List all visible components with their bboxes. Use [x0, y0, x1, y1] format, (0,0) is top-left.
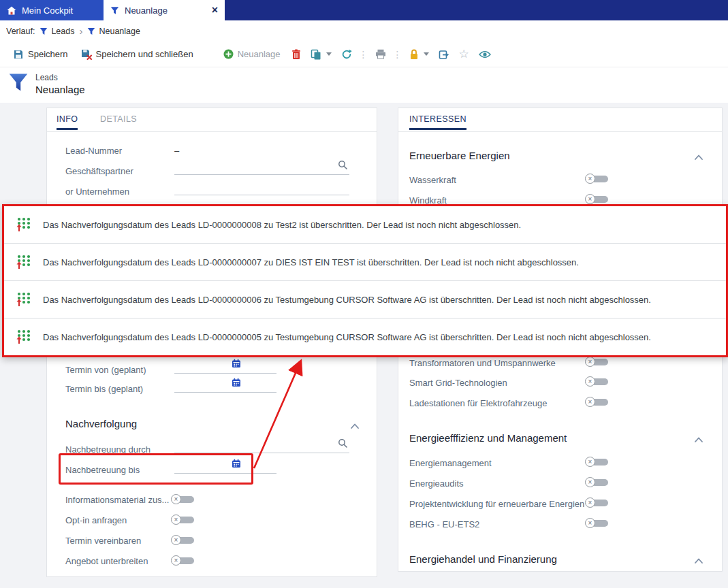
breadcrumb-current-label: Neuanlage [99, 27, 140, 36]
tab-interessen[interactable]: INTERESSEN [409, 114, 466, 130]
behg-toggle[interactable] [585, 518, 610, 529]
dropdown-caret-icon [326, 52, 332, 56]
appointment-toggle[interactable] [171, 535, 195, 546]
takeover-icon [439, 49, 449, 60]
followup-section-title: Nachverfolgung [65, 418, 137, 429]
partner-input[interactable] [174, 160, 349, 175]
lead-number-label: Lead-Nummer [65, 146, 122, 156]
printer-icon [375, 49, 386, 59]
projektentwicklung-toggle[interactable] [585, 497, 610, 508]
search-icon[interactable] [338, 160, 347, 172]
date-to-label: Termin bis (geplant) [65, 384, 143, 394]
calendar-icon[interactable] [232, 359, 241, 371]
tab-cockpit-label: Mein Cockpit [22, 5, 73, 16]
energiemanagement-toggle[interactable] [585, 457, 610, 468]
interest-label: Smart Grid-Technologien [409, 378, 507, 388]
notification-row[interactable]: Das Nachverfolgungsdatum des Leads LD-00… [4, 281, 726, 318]
offer-toggle[interactable] [171, 555, 195, 566]
renewables-section-title: Erneuerbare Energien [409, 150, 510, 161]
lead-overdue-icon [15, 216, 33, 233]
energieaudits-toggle[interactable] [585, 477, 610, 488]
smart-grid-toggle[interactable] [585, 376, 610, 387]
breadcrumb-item-neuanlage[interactable]: Neuanlage [87, 27, 140, 36]
breadcrumb-item-leads[interactable]: Leads [39, 27, 74, 36]
info-material-toggle[interactable] [171, 494, 195, 505]
home-icon [7, 6, 16, 15]
new-lead-label: Neuanlage [238, 49, 281, 59]
breadcrumb-prefix: Verlauf: [6, 27, 35, 36]
new-lead-button[interactable]: Neuanlage [217, 45, 287, 64]
tab-mein-cockpit[interactable]: Mein Cockpit [0, 0, 104, 20]
favorite-button[interactable]: ☆ [454, 45, 474, 64]
collapse-chevron-icon[interactable] [350, 420, 360, 432]
copy-button[interactable] [306, 45, 336, 64]
save-close-button[interactable]: Speichern und schließen [74, 45, 200, 64]
funnel-icon [87, 27, 95, 35]
info-panel-tabs: INFO DETAILS [47, 108, 377, 132]
toggle-label: Opt-in anfragen [65, 515, 127, 525]
company-label: or Unternehmen [65, 186, 129, 197]
trade-section-title: Energiehandel und Finanzierung [409, 553, 557, 565]
save-label: Speichern [28, 49, 68, 59]
opt-in-toggle[interactable] [171, 514, 195, 525]
breadcrumb: Verlauf: Leads › Neuanlage [0, 20, 728, 42]
save-button[interactable]: Speichern [7, 45, 74, 64]
transformatoren-toggle[interactable] [585, 357, 610, 368]
notification-popup: Das Nachverfolgungsdatum des Leads LD-00… [2, 204, 728, 357]
interest-label: Projektentwicklung für erneuerbare Energ… [409, 499, 584, 509]
interest-label: Ladestationen für Elektrofahrzeuge [409, 398, 547, 408]
lock-icon [409, 49, 419, 60]
print-button[interactable] [370, 45, 391, 64]
plus-circle-icon [223, 49, 234, 59]
search-icon[interactable] [338, 438, 347, 451]
lead-overdue-icon [15, 291, 33, 308]
notification-row[interactable]: Das Nachverfolgungsdatum des Leads LD-00… [4, 244, 726, 281]
refresh-button[interactable] [336, 45, 357, 64]
app-window: Mein Cockpit Neuanlage × Verlauf: Leads … [0, 0, 728, 588]
windkraft-toggle[interactable] [585, 194, 610, 205]
star-icon: ☆ [459, 48, 469, 60]
tab-details[interactable]: DETAILS [100, 114, 137, 124]
lead-overdue-icon [15, 253, 33, 271]
company-input[interactable] [174, 180, 349, 195]
interest-label: BEHG - EU-ETS2 [409, 519, 479, 529]
refresh-icon [341, 49, 352, 60]
toolbar: Speichern Speichern und schließen Neuanl… [0, 42, 728, 67]
page-title: Neuanlage [35, 84, 85, 95]
tab-neuanlage[interactable]: Neuanlage × [104, 0, 225, 20]
eye-icon [479, 50, 491, 59]
watch-button[interactable] [474, 45, 496, 64]
save-icon [13, 49, 24, 60]
notification-row[interactable]: Das Nachverfolgungsdatum des Leads LD-00… [4, 318, 726, 355]
copy-icon [311, 49, 321, 60]
interests-panel-tabs: INTERESSEN [398, 108, 722, 132]
notification-text: Das Nachverfolgungsdatum des Leads LD-00… [43, 257, 579, 267]
toggle-label: Angebot unterbreiten [65, 556, 148, 566]
notification-row[interactable]: Das Nachverfolgungsdatum des Leads LD-00… [4, 206, 726, 244]
ladestationen-toggle[interactable] [585, 397, 610, 408]
toolbar-separator-icon: ⋮ [357, 49, 370, 60]
collapse-chevron-icon[interactable] [694, 555, 703, 567]
trash-icon [291, 49, 301, 60]
save-close-icon [80, 48, 92, 60]
save-close-label: Speichern und schließen [96, 49, 193, 59]
collapse-chevron-icon[interactable] [694, 434, 703, 446]
collapse-chevron-icon[interactable] [694, 151, 703, 163]
notification-text: Das Nachverfolgungsdatum des Leads LD-00… [43, 220, 521, 230]
tab-info[interactable]: INFO [57, 114, 78, 130]
notification-text: Das Nachverfolgungsdatum des Leads LD-00… [43, 295, 651, 305]
breadcrumb-leads-label: Leads [51, 27, 74, 36]
lead-overdue-icon [15, 328, 33, 346]
notification-text: Das Nachverfolgungsdatum des Leads LD-00… [43, 332, 651, 342]
funnel-icon [110, 6, 119, 15]
interest-label: Transformatoren und Umspannwerke [409, 358, 556, 368]
lock-button[interactable] [405, 45, 434, 64]
entity-name: Leads [35, 73, 58, 82]
window-tabbar: Mein Cockpit Neuanlage × [0, 0, 728, 20]
close-tab-icon[interactable]: × [212, 5, 218, 16]
delete-button[interactable] [287, 45, 306, 64]
wasserkraft-toggle[interactable] [585, 174, 610, 184]
takeover-button[interactable] [434, 45, 454, 64]
toolbar-separator-icon: ⋮ [391, 49, 405, 60]
calendar-icon[interactable] [232, 378, 241, 390]
